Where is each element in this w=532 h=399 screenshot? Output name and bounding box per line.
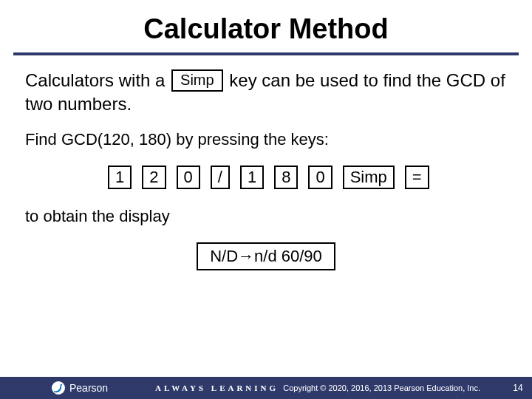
key-sequence: 1 2 0 / 1 8 0 Simp =: [25, 166, 507, 189]
obtain-line: to obtain the display: [25, 207, 507, 226]
footer-tagline: ALWAYS LEARNING: [148, 383, 279, 392]
simp-key-inline: Simp: [171, 69, 223, 92]
page-number: 14: [510, 383, 532, 393]
brand-name: Pearson: [69, 382, 108, 394]
key-2: 2: [142, 166, 166, 189]
key-simp: Simp: [343, 166, 395, 189]
display-result: N/D→n/d 60/90: [197, 242, 335, 270]
display-row: N/D→n/d 60/90: [25, 242, 507, 270]
footer-bar: Pearson ALWAYS LEARNING Copyright © 2020…: [0, 377, 532, 399]
intro-before: Calculators with a: [25, 70, 170, 90]
page-title: Calculator Method: [0, 0, 532, 52]
key-0a: 0: [177, 166, 200, 189]
pearson-logo-icon: [52, 381, 65, 395]
key-0b: 0: [308, 166, 332, 189]
footer-copyright: Copyright © 2020, 2016, 2013 Pearson Edu…: [279, 383, 510, 392]
brand-block: Pearson: [0, 381, 148, 395]
key-equals: =: [405, 166, 429, 189]
key-1: 1: [108, 166, 132, 189]
key-1b: 1: [240, 166, 264, 189]
slide-content: Calculators with a Simp key can be used …: [0, 55, 532, 270]
instruction-line: Find GCD(120, 180) by pressing the keys:: [25, 130, 507, 149]
key-slash: /: [211, 166, 230, 189]
intro-paragraph: Calculators with a Simp key can be used …: [25, 69, 507, 117]
key-8: 8: [274, 166, 298, 189]
